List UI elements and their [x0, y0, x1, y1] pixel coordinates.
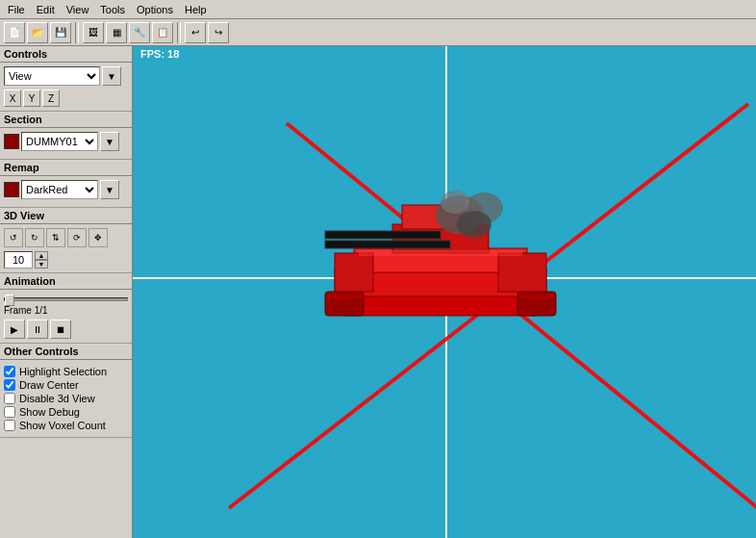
- section-label: Section: [0, 112, 132, 128]
- menu-file[interactable]: File: [2, 2, 31, 17]
- disable-3d-row: Disable 3d View: [4, 393, 128, 404]
- y-button[interactable]: Y: [23, 90, 40, 107]
- new-button[interactable]: 📄: [4, 22, 25, 43]
- svg-rect-17: [359, 250, 522, 256]
- toolbar: 📄 📂 💾 🖼 ▦ 🔧 📋 ↩ ↪: [0, 19, 756, 46]
- section-color-box: [4, 134, 19, 149]
- highlight-selection-label: Highlight Selection: [19, 366, 107, 377]
- tank-svg: [306, 162, 575, 373]
- disable-3d-checkbox[interactable]: [4, 393, 15, 404]
- zoom-input[interactable]: 10: [4, 251, 33, 269]
- tank-model: [306, 162, 575, 373]
- other-controls-label: Other Controls: [0, 344, 132, 360]
- remap-panel: DarkRed ▼: [0, 176, 132, 208]
- remap-dropdown[interactable]: DarkRed: [21, 180, 98, 199]
- undo-button[interactable]: ↩: [185, 22, 206, 43]
- save-button[interactable]: 💾: [50, 22, 71, 43]
- main-area: Controls View Front Back Left Right Top …: [0, 46, 756, 538]
- menubar: File Edit View Tools Options Help: [0, 0, 756, 19]
- section-dropdown-arrow[interactable]: ▼: [100, 132, 119, 151]
- svg-rect-16: [335, 253, 373, 292]
- show-voxel-count-label: Show Voxel Count: [19, 420, 106, 431]
- z-button[interactable]: Z: [42, 90, 60, 107]
- animation-label: Animation: [0, 273, 132, 290]
- show-debug-label: Show Debug: [19, 406, 80, 418]
- redo-button[interactable]: ↪: [208, 22, 229, 43]
- play-button[interactable]: ▶: [4, 320, 25, 339]
- view3d-panel: ↺ ↻ ⇅ ⟳ ✥ 10 ▲ ▼: [0, 224, 132, 273]
- animation-slider-thumb[interactable]: [5, 295, 14, 306]
- open-button[interactable]: 📂: [27, 22, 48, 43]
- svg-rect-18: [327, 295, 362, 298]
- x-button[interactable]: X: [4, 90, 21, 107]
- highlight-selection-checkbox[interactable]: [4, 366, 15, 377]
- reset-icon[interactable]: ⟳: [67, 228, 87, 247]
- animation-panel: Frame 1/1 ▶ ⏸ ⏹: [0, 290, 132, 344]
- flip-icon[interactable]: ⇅: [46, 228, 65, 247]
- draw-center-checkbox[interactable]: [4, 379, 15, 391]
- toolbar-separator-1: [75, 22, 79, 43]
- section-panel: DUMMY01 ▼: [0, 128, 132, 160]
- svg-rect-10: [325, 241, 450, 248]
- svg-rect-19: [519, 295, 554, 298]
- menu-tools[interactable]: Tools: [94, 2, 131, 17]
- highlight-selection-row: Highlight Selection: [4, 366, 128, 377]
- view-dropdown-arrow[interactable]: ▼: [102, 66, 121, 86]
- svg-point-14: [441, 191, 469, 214]
- show-voxel-count-row: Show Voxel Count: [4, 420, 128, 431]
- draw-center-row: Draw Center: [4, 379, 128, 391]
- toolbar-btn-5[interactable]: ▦: [106, 22, 127, 43]
- show-voxel-count-checkbox[interactable]: [4, 420, 15, 431]
- animation-slider-track[interactable]: [4, 297, 128, 301]
- remap-dropdown-arrow[interactable]: ▼: [100, 180, 119, 199]
- section-dropdown[interactable]: DUMMY01: [21, 132, 98, 151]
- toolbar-btn-6[interactable]: 🔧: [129, 22, 150, 43]
- svg-rect-9: [325, 231, 441, 239]
- pan-icon[interactable]: ✥: [88, 228, 108, 247]
- menu-edit[interactable]: Edit: [31, 2, 61, 17]
- svg-point-13: [457, 211, 491, 238]
- other-controls-panel: Highlight Selection Draw Center Disable …: [0, 360, 132, 438]
- controls-section: View Front Back Left Right Top Bottom ▼ …: [0, 63, 132, 112]
- remap-color-box: [4, 182, 19, 197]
- menu-help[interactable]: Help: [179, 2, 213, 17]
- show-debug-checkbox[interactable]: [4, 406, 15, 418]
- rotate-left-icon[interactable]: ↺: [4, 228, 23, 247]
- pause-button[interactable]: ⏸: [27, 320, 48, 339]
- svg-rect-15: [498, 253, 546, 292]
- show-debug-row: Show Debug: [4, 406, 128, 418]
- zoom-up-button[interactable]: ▲: [35, 251, 48, 260]
- stop-button[interactable]: ⏹: [50, 320, 71, 339]
- zoom-spinner: ▲ ▼: [35, 251, 48, 269]
- draw-center-label: Draw Center: [19, 379, 79, 391]
- left-panel: Controls View Front Back Left Right Top …: [0, 46, 133, 538]
- view-dropdown[interactable]: View Front Back Left Right Top Bottom: [4, 66, 100, 86]
- toolbar-separator-2: [177, 22, 181, 43]
- controls-header: Controls: [0, 46, 132, 63]
- disable-3d-label: Disable 3d View: [19, 393, 95, 404]
- zoom-down-button[interactable]: ▼: [35, 260, 48, 269]
- view3d-label: 3D View: [0, 208, 132, 224]
- anim-controls: ▶ ⏸ ⏹: [4, 320, 128, 339]
- toolbar-btn-4[interactable]: 🖼: [83, 22, 104, 43]
- toolbar-btn-7[interactable]: 📋: [152, 22, 173, 43]
- frame-label: Frame 1/1: [4, 305, 128, 316]
- menu-options[interactable]: Options: [131, 2, 179, 17]
- viewport[interactable]: FPS: 18: [133, 46, 756, 538]
- remap-label: Remap: [0, 160, 132, 176]
- menu-view[interactable]: View: [61, 2, 95, 17]
- rotate-right-icon[interactable]: ↻: [25, 228, 44, 247]
- fps-display: FPS: 18: [140, 48, 179, 60]
